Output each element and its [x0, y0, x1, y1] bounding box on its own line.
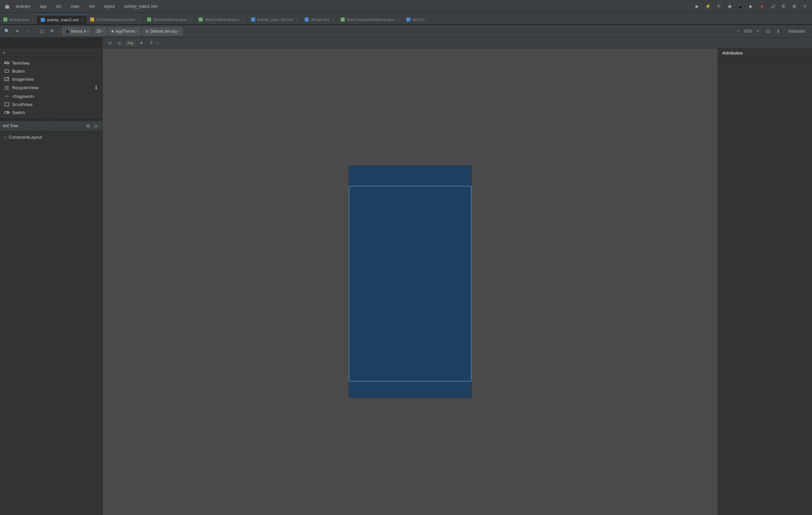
text-button[interactable]: T — [147, 39, 156, 48]
scrollview-label: ScrollView — [12, 102, 32, 107]
tab-icon-1 — [3, 18, 7, 22]
design-canvas — [103, 49, 718, 515]
theme-dropdown[interactable]: ◈ AppTheme ▾ — [108, 27, 141, 36]
main-layout: n Ab TextView Button — [0, 49, 812, 515]
titlebar-layout[interactable]: layout — [102, 3, 117, 9]
locale-icon: ◎ — [145, 29, 149, 33]
info-button[interactable]: ℹ — [774, 27, 782, 36]
tab-close-6[interactable]: × — [296, 18, 298, 22]
tab-bar: activity.java × activity_main2.xml × Con… — [0, 13, 812, 25]
git-icon[interactable]: ⎇ — [768, 2, 777, 11]
extra-icon-2[interactable]: ≡ — [801, 2, 809, 11]
attributes-label[interactable]: Attributes — [788, 29, 805, 34]
device-icon[interactable]: 📱 — [736, 2, 745, 11]
star-button[interactable]: ✦ — [137, 39, 146, 48]
extra-icon-1[interactable]: ⊞ — [790, 2, 799, 11]
palette-item-fragment[interactable]: <> <fragment> — [0, 92, 102, 100]
settings-icon[interactable]: ⚙ — [779, 2, 788, 11]
profile-icon[interactable]: ◉ — [725, 2, 734, 11]
component-tree-gear[interactable]: ⚙ — [85, 122, 92, 129]
titlebar-main[interactable]: main — [69, 3, 82, 9]
titlebar-android-icon: 🤖 — [3, 3, 12, 9]
zoom-in-button[interactable]: + — [753, 27, 762, 36]
build-icon[interactable]: ⚡ — [704, 2, 712, 11]
palette-list: Ab TextView Button — [0, 57, 102, 118]
component-tree-add[interactable]: |+ — [93, 122, 100, 129]
locale-dropdown[interactable]: ◎ Default (en-us) ▾ — [142, 27, 183, 36]
search-button[interactable]: 🔍 — [3, 27, 11, 36]
api-label: 28 — [96, 29, 101, 34]
orientation-button[interactable]: ↕ — [23, 27, 32, 36]
left-panel: n Ab TextView Button — [0, 49, 103, 515]
tab-label-2: activity_main2.xml — [47, 18, 79, 22]
run-config-icon[interactable]: ▶ — [747, 2, 755, 11]
tab-close-2[interactable]: × — [81, 18, 83, 22]
tab-activity-main2-xml[interactable]: activity_main2.xml × — [37, 15, 87, 24]
tab-label-9: AppCo... — [412, 18, 428, 22]
red-square-icon[interactable]: ■ — [757, 2, 766, 11]
tab-activity-view-list[interactable]: activity_view_list.xml × — [248, 15, 301, 24]
titlebar-file[interactable]: activity_main2.xml — [122, 3, 159, 9]
tab-close-4[interactable]: × — [190, 18, 192, 22]
tab-appcompat-sub[interactable]: AppCompatActivitySub.java × — [337, 15, 403, 24]
api-dropdown[interactable]: 28 ▾ — [93, 27, 107, 36]
tab-label-3: ConstraintLayout.class — [96, 18, 135, 22]
locale-label: Default (en-us) — [150, 29, 177, 34]
component-tree-header: ent Tree ⚙ |+ — [0, 121, 102, 131]
palette-item-button[interactable]: Button — [0, 67, 102, 75]
tab-icon-4 — [147, 18, 151, 22]
device-dropdown[interactable]: 📱 Nexus 4 ▾ — [62, 27, 92, 36]
tab-activity-java[interactable]: activity.java × — [0, 15, 37, 24]
zoom-section: − 82% + ⊡ ℹ Attributes — [734, 27, 805, 36]
titlebar-res[interactable]: res — [87, 3, 97, 9]
tab-close-7[interactable]: × — [332, 18, 334, 22]
title-sep-2: › — [51, 4, 52, 9]
toggle-button[interactable]: ⊙ — [105, 39, 114, 48]
magnet-button[interactable]: ⊏ — [115, 39, 124, 48]
palette-item-recyclerview[interactable]: RecyclerView ⬇ — [0, 83, 102, 92]
button-icon — [4, 68, 9, 74]
margin-value: 8dp — [125, 40, 136, 46]
palette-item-imageview[interactable]: ImageView — [0, 75, 102, 83]
tab-viewlistactivity[interactable]: ViewListActivity.java × — [195, 15, 248, 24]
tab-icon-9 — [406, 18, 410, 22]
sync-icon[interactable]: ↻ — [714, 2, 723, 11]
titlebar-src[interactable]: src — [54, 3, 63, 9]
titlebar-library[interactable]: eLibrary — [14, 3, 32, 9]
palette-item-textview[interactable]: Ab TextView — [0, 59, 102, 67]
imageview-icon — [4, 77, 9, 82]
tab-close-3[interactable]: × — [138, 18, 140, 22]
tab-constraintlayout[interactable]: ConstraintLayout.class × — [87, 15, 144, 24]
tab-sparseintarray[interactable]: SparseIntArray.java × — [144, 15, 195, 24]
layers-button[interactable]: ◫ — [37, 27, 46, 36]
zoom-fit-button[interactable]: ⊡ — [763, 27, 772, 36]
tab-icon-2 — [41, 18, 45, 22]
tab-icon-5 — [199, 18, 203, 22]
textview-label: TextView — [12, 61, 30, 66]
design-options-button[interactable]: ✦ — [13, 27, 22, 36]
tab-strings-xml[interactable]: strings.xml × — [301, 15, 338, 24]
component-tree-title: ent Tree — [3, 123, 18, 128]
palette-item-switch[interactable]: Switch — [0, 108, 102, 116]
design-toolbar: 🔍 ✦ ↕ ◫ 👁 📱 Nexus 4 ▾ 28 ▾ ◈ AppTheme ▾ … — [0, 25, 812, 38]
recyclerview-download-icon: ⬇ — [94, 85, 98, 91]
svg-rect-0 — [5, 70, 9, 73]
tab-appco[interactable]: AppCo... — [403, 15, 431, 24]
title-sep-5: › — [99, 4, 100, 9]
right-panel: Attributes — [718, 49, 812, 515]
tab-close-8[interactable]: × — [397, 18, 399, 22]
tab-label-8: AppCompatActivitySub.java — [347, 18, 395, 22]
title-sep-1: › — [34, 4, 36, 9]
palette-item-scrollview[interactable]: ScrollView — [0, 100, 102, 108]
tab-close-1[interactable]: × — [32, 18, 34, 22]
run-icon[interactable]: ▶ — [693, 2, 702, 11]
tab-close-5[interactable]: × — [242, 18, 244, 22]
recyclerview-label: RecyclerView — [12, 85, 39, 90]
tree-item-expand-icon: ▷ — [4, 135, 7, 139]
titlebar-app[interactable]: app — [38, 3, 49, 9]
svg-point-5 — [7, 78, 8, 79]
recyclerview-icon — [4, 85, 9, 90]
tree-item-constraintlayout[interactable]: ▷ ConstraintLayout — [4, 134, 98, 140]
eye-button[interactable]: 👁 — [48, 27, 56, 36]
zoom-out-button[interactable]: − — [734, 27, 743, 36]
